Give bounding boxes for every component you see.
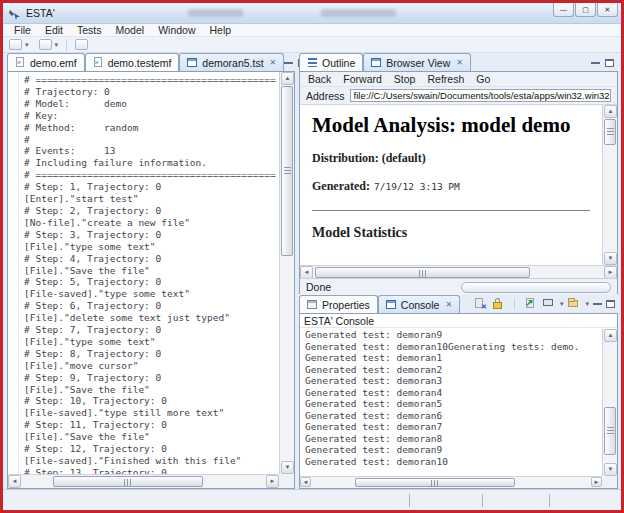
browser-vertical-scrollbar[interactable]: ▲ ▼	[602, 105, 617, 265]
go-button[interactable]: Go	[476, 73, 490, 85]
scrollbar-thumb[interactable]	[281, 86, 293, 256]
stop-button[interactable]: Stop	[394, 73, 416, 85]
tab-demoran5-tst[interactable]: demoran5.tst ✕	[179, 53, 284, 71]
editor-line: # Step: 6, Trajectory: 0	[20, 300, 279, 312]
tab-close-icon[interactable]: ✕	[456, 58, 463, 67]
distribution-text: Distribution: (default)	[312, 151, 590, 166]
refresh-button[interactable]: Refresh	[427, 73, 464, 85]
tab-console[interactable]: Console ✕	[378, 295, 460, 313]
scroll-lock-icon[interactable]	[491, 297, 505, 310]
status-separator	[549, 494, 550, 507]
console-tab-bar: Properties Console ✕ ✕ ↗ ▾ ▾	[299, 295, 618, 313]
editor-line: # Trajectory: 0	[20, 86, 279, 98]
address-input[interactable]: file://C:/Users/swain/Documents/tools/es…	[350, 89, 611, 102]
display-console-icon[interactable]	[542, 297, 556, 310]
status-separator	[409, 494, 410, 507]
tab-demo-emf[interactable]: » demo.emf	[7, 53, 85, 71]
editor-line: [File]."Save the file"	[20, 431, 279, 443]
editor-line: # Step: 11, Trajectory: 0	[20, 419, 279, 431]
browser-status-text: Done	[306, 281, 331, 293]
open-console-dropdown-icon[interactable]: ▾	[585, 300, 589, 308]
window-title: ESTA'	[26, 7, 55, 19]
editor-line: # Events: 13	[20, 145, 279, 157]
view-maximize-icon[interactable]	[606, 300, 615, 308]
tab-outline[interactable]: Outline	[299, 53, 363, 71]
open-console-icon[interactable]	[567, 297, 581, 310]
editor-vertical-scrollbar[interactable]: ▲ ▼	[279, 72, 294, 474]
scrollbar-thumb[interactable]	[604, 119, 616, 145]
tab-label: Console	[401, 299, 440, 311]
pin-console-icon[interactable]: ↗	[524, 297, 538, 310]
scroll-right-icon[interactable]: ►	[266, 475, 279, 488]
console-line: Generated test: demoran7	[302, 421, 602, 433]
scroll-down-icon[interactable]: ▼	[281, 461, 294, 474]
toolbar-separator	[66, 39, 67, 51]
browser-view-icon	[371, 57, 382, 68]
run-icon[interactable]	[39, 39, 52, 50]
scrollbar-thumb[interactable]	[604, 407, 616, 455]
display-console-dropdown-icon[interactable]: ▾	[560, 300, 564, 308]
browser-status-bar: Done	[300, 278, 617, 295]
scroll-up-icon[interactable]: ▲	[281, 72, 294, 85]
console-line: Generated test: demoran3	[302, 375, 602, 387]
editor-annotation-ruler	[8, 72, 19, 474]
tab-close-icon[interactable]: ✕	[445, 300, 452, 309]
scrollbar-thumb[interactable]	[355, 478, 515, 487]
properties-icon	[307, 299, 318, 310]
console-line: Generated test: demoran1	[302, 352, 602, 364]
browser-view-tab-bar: Outline Browser View ✕	[299, 53, 618, 71]
editor-text-area[interactable]: # ======================================…	[20, 74, 279, 474]
clear-console-icon[interactable]: ✕	[473, 297, 487, 310]
tab-browser-view[interactable]: Browser View ✕	[363, 53, 471, 71]
scroll-right-icon[interactable]: ►	[591, 477, 602, 487]
scroll-left-icon[interactable]: ◄	[8, 475, 21, 488]
window-close-button[interactable]: ✕	[597, 3, 618, 17]
link-tool-icon[interactable]	[75, 39, 88, 50]
browser-nav-bar: Back Forward Stop Refresh Go	[300, 72, 617, 87]
window-maximize-button[interactable]: ▢	[575, 3, 596, 17]
menu-tests[interactable]: Tests	[70, 24, 109, 36]
scrollbar-thumb[interactable]	[315, 267, 530, 278]
editor-line: # Step: 12, Trajectory: 0	[20, 443, 279, 455]
editor-horizontal-scrollbar[interactable]: ◄ ►	[8, 474, 279, 488]
status-bar	[3, 489, 621, 510]
console-horizontal-scrollbar[interactable]: ◄ ►	[300, 476, 602, 488]
view-minimize-icon[interactable]	[591, 62, 600, 64]
menu-file[interactable]: File	[7, 24, 38, 36]
browser-horizontal-scrollbar[interactable]: ◄ ►	[300, 265, 617, 279]
editor-line: [File]."move cursor"	[20, 360, 279, 372]
tab-demo-testemf[interactable]: » demo.testemf	[85, 53, 180, 71]
scroll-left-icon[interactable]: ◄	[300, 477, 311, 487]
console-line: Generated test: demoran10	[302, 456, 602, 468]
console-vertical-scrollbar[interactable]: ▲ ▼	[602, 329, 617, 476]
scrollbar-thumb[interactable]	[53, 476, 203, 487]
menu-model[interactable]: Model	[109, 24, 152, 36]
menu-edit[interactable]: Edit	[38, 24, 70, 36]
tab-close-icon[interactable]: ✕	[270, 58, 277, 67]
new-wizard-dropdown-icon[interactable]: ▾	[25, 41, 29, 49]
scroll-up-icon[interactable]: ▲	[604, 329, 617, 342]
editor-line: # Step: 3, Trajectory: 0	[20, 229, 279, 241]
back-button[interactable]: Back	[308, 73, 331, 85]
menu-window[interactable]: Window	[151, 24, 202, 36]
view-minimize-icon[interactable]	[284, 62, 293, 64]
outline-icon	[307, 57, 318, 68]
title-bar[interactable]: ESTA' — ▢ ✕	[3, 3, 621, 24]
editor-line: # Step: 2, Trajectory: 0	[20, 205, 279, 217]
new-wizard-icon[interactable]	[9, 39, 22, 50]
tab-properties[interactable]: Properties	[299, 295, 378, 313]
editor-line: [File]."delete some text just typed"	[20, 312, 279, 324]
view-maximize-icon[interactable]	[605, 59, 614, 67]
scroll-down-icon[interactable]: ▼	[604, 463, 617, 476]
scroll-up-icon[interactable]: ▲	[604, 105, 617, 118]
application-window: ESTA' — ▢ ✕ File Edit Tests Model Window…	[0, 0, 624, 513]
editor-tab-bar: » demo.emf » demo.testemf demoran5.tst ✕	[7, 53, 295, 71]
view-minimize-icon[interactable]	[593, 303, 602, 305]
window-minimize-button[interactable]: —	[553, 3, 574, 17]
scroll-down-icon[interactable]: ▼	[604, 252, 617, 265]
run-dropdown-icon[interactable]: ▾	[55, 41, 59, 49]
address-bar: Address file://C:/Users/swain/Documents/…	[300, 87, 617, 104]
menu-help[interactable]: Help	[203, 24, 239, 36]
forward-button[interactable]: Forward	[343, 73, 382, 85]
generated-label: Generated:	[312, 179, 370, 194]
